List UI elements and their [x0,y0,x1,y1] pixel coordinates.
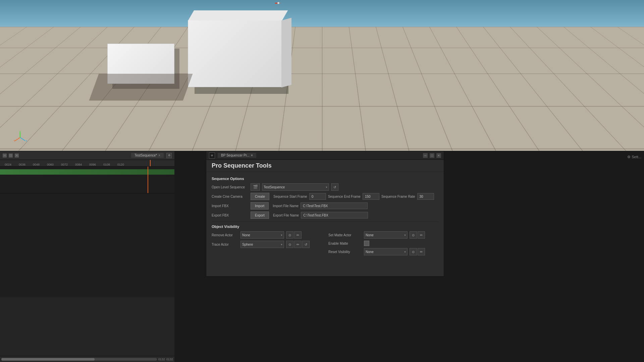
pro-panel-body: Sequence Options Open Level Sequence 🎬 T… [206,172,444,261]
pro-panel-tab[interactable]: BP Sequencer Pr... × [218,153,256,158]
sequencer-panel: ─ □ × TestSequence* × ⚙ 0024 0036 0048 0… [0,151,174,362]
sequencer-scrollbar-thumb [1,358,95,361]
remove-actor-select[interactable]: None [240,231,284,239]
sequence-end-frame-label: Sequence End Frame [328,195,361,198]
set-matte-actor-select-wrapper: None [364,231,408,239]
remove-actor-label: Remove Actor [212,233,238,237]
import-file-name-input[interactable] [301,202,368,209]
enable-matte-checkbox[interactable] [364,241,369,246]
svg-point-8 [277,2,279,4]
set-matte-actor-row: Set Matte Actor None ⊙ ✏ [328,231,438,239]
reset-visibility-row: Reset Visibility None ⊙ ✏ [328,248,438,255]
settings-icon: ⚙ [627,155,631,159]
sequencer-frame-end: 0132 [166,358,173,361]
sequencer-window-controls: ─ □ × [3,154,19,158]
create-cine-camera-btn[interactable]: Create [251,193,269,200]
enable-matte-label: Enable Matte [328,242,362,245]
sequencer-track-bar [0,169,174,175]
export-fbx-row: Export FBX Export Export File Name [212,212,438,219]
sequencer-track-content[interactable] [0,167,174,193]
sequence-end-frame-input[interactable] [363,193,379,200]
pro-panel-win-controls: ─ □ × [423,153,441,158]
section-sequence-options: Sequence Options [212,177,438,181]
sequencer-tab[interactable]: TestSequence* × [131,153,164,158]
set-matte-actor-select[interactable]: None [364,231,408,239]
trace-actor-edit-icon[interactable]: ✏ [294,241,302,248]
object-visibility-columns: Remove Actor None ⊙ ✏ Trace Actor [212,231,438,257]
remove-actor-row: Remove Actor None ⊙ ✏ [212,231,322,239]
trace-actor-select-wrapper: Sphere [240,241,284,248]
section-object-visibility: Object Visibility [212,225,438,229]
sequence-frame-rate-input[interactable] [417,193,434,200]
tick-0120: 0120 [117,163,124,166]
pro-panel-tab-close[interactable]: × [251,154,253,157]
sequencer-scrollbar[interactable] [1,358,157,361]
svg-text:Z: Z [19,131,21,132]
box-large [188,20,282,87]
sequencer-tab-label: TestSequence* [135,154,157,157]
create-cine-camera-row: Create Cine Camera Create Sequence Start… [212,193,438,200]
export-fbx-btn[interactable]: Export [251,212,269,219]
set-matte-actor-edit-icon[interactable]: ✏ [418,231,425,239]
tick-0024: 0024 [5,163,11,166]
import-fbx-row: Import FBX Import Import File Name [212,202,438,209]
settings-text: Sett... [632,155,641,159]
sequence-start-frame-label: Sequence Start Frame [273,195,307,198]
trace-actor-row: Trace Actor Sphere ⊙ ✏ ↺ [212,241,322,248]
reset-visibility-target-icon[interactable]: ⊙ [410,248,417,255]
pro-sequencer-panel: U BP Sequencer Pr... × ─ □ × Pro Sequenc… [206,151,444,277]
enable-matte-row: Enable Matte [328,241,438,246]
object-visibility-right: Set Matte Actor None ⊙ ✏ Enable Matte [328,231,438,257]
sequencer-bottom-bar: 0132 0132 [0,356,174,362]
pro-panel-tab-label: BP Sequencer Pr... [221,154,250,157]
open-level-sequence-select[interactable]: TestSequence [262,183,329,191]
axis-indicator: X Y Z [13,131,27,144]
pro-panel-max-btn[interactable]: □ [430,153,434,158]
sequencer-playhead-line [148,167,148,193]
sequencer-tab-close[interactable]: × [158,154,160,157]
tick-0108: 0108 [103,163,110,166]
reset-visibility-icons: ⊙ ✏ [410,248,425,255]
export-file-name-label: Export File Name [273,214,299,217]
sequencer-titlebar: ─ □ × TestSequence* × ⚙ [0,151,174,160]
import-fbx-label: Import FBX [212,204,249,208]
sequencer-timeline-header: 0024 0036 0048 0060 0072 0084 0096 0108 … [0,160,174,167]
trace-actor-target-icon[interactable]: ⊙ [286,241,293,248]
tick-0036: 0036 [19,163,25,166]
trace-actor-select[interactable]: Sphere [240,241,284,248]
reset-visibility-select[interactable]: None [364,248,408,255]
reset-visibility-edit-icon[interactable]: ✏ [418,248,425,255]
remove-actor-target-icon[interactable]: ⊙ [286,231,293,239]
viewport-canvas: X Y Z [0,0,644,151]
settings-label[interactable]: ⚙ Sett... [627,155,641,159]
set-matte-actor-target-icon[interactable]: ⊙ [410,231,417,239]
tick-0048: 0048 [33,163,40,166]
pro-panel-title: Pro Sequencer Tools [206,160,444,172]
open-level-sequence-refresh-btn[interactable]: ↺ [331,183,338,191]
open-level-sequence-camera-icon[interactable]: 🎬 [251,183,260,191]
sequencer-settings-icon[interactable]: ⚙ [166,153,172,158]
import-fbx-btn[interactable]: Import [251,202,269,209]
svg-line-0 [20,137,25,141]
tick-0060: 0060 [47,163,54,166]
sequencer-empty-area [0,193,174,297]
trace-actor-reset-icon[interactable]: ↺ [302,241,310,248]
sequencer-close-btn[interactable]: × [15,154,19,158]
open-level-sequence-row: Open Level Sequence 🎬 TestSequence ↺ [212,183,438,191]
ue-logo: U [209,153,215,159]
pro-panel-close-btn[interactable]: × [436,153,441,158]
reset-visibility-select-wrapper: None [364,248,408,255]
remove-actor-icons: ⊙ ✏ [286,231,302,239]
sequence-start-frame-input[interactable] [309,193,326,200]
export-fbx-label: Export FBX [212,214,249,217]
import-file-name-label: Import File Name [273,204,299,208]
svg-text:Y: Y [14,140,15,142]
pro-panel-min-btn[interactable]: ─ [423,153,428,158]
sequencer-maximize-btn[interactable]: □ [9,154,13,158]
trace-actor-label: Trace Actor [212,243,238,246]
reset-visibility-label: Reset Visibility [328,250,362,254]
remove-actor-edit-icon[interactable]: ✏ [294,231,302,239]
export-file-name-input[interactable] [301,212,368,219]
sequencer-minimize-btn[interactable]: ─ [3,154,7,158]
trace-actor-icons: ⊙ ✏ ↺ [286,241,310,248]
